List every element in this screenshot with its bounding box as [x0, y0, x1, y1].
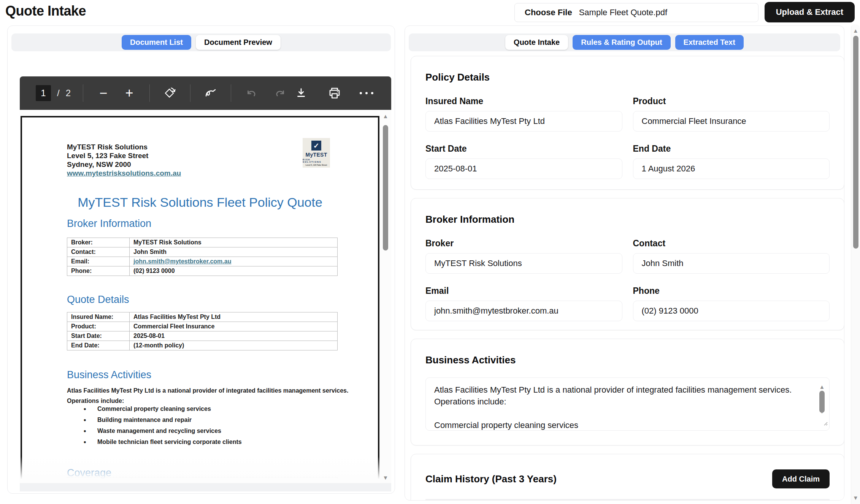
table-row: Insured Name:Atlas Facilities MyTest Pty…: [67, 312, 338, 322]
pdf-scrollbar-thumb[interactable]: [383, 125, 388, 250]
field-insured-name: Insured Name: [425, 96, 622, 132]
email-input[interactable]: [425, 301, 622, 321]
more-options-icon[interactable]: [358, 84, 375, 102]
redo-icon[interactable]: [271, 84, 289, 102]
undo-icon[interactable]: [243, 84, 260, 102]
table-row: Coverage Details Selected: [67, 477, 338, 483]
letterhead-company: MyTEST Risk Solutions: [67, 143, 181, 151]
claim-table-header-strip: [425, 499, 830, 501]
pdf-business-heading: Business Activities: [67, 369, 151, 381]
pdf-coverage-table: Coverage Details Selected: [67, 477, 338, 483]
tab-quote-intake[interactable]: Quote Intake: [505, 35, 568, 50]
rotate-icon[interactable]: [161, 84, 179, 102]
letterhead-website-link[interactable]: www.mytestrisksolutions.com.au: [67, 169, 181, 178]
logo-tagline: Level 5, 123 Fake Street: [306, 164, 327, 166]
claim-history-title: Claim History (Past 3 Years): [425, 473, 557, 485]
toolbar-separator: [83, 84, 83, 102]
business-activities-card: Business Activities Atlas Facilities MyT…: [411, 339, 844, 445]
table-row: Broker:MyTEST Risk Solutions: [67, 238, 338, 247]
add-claim-button[interactable]: Add Claim: [772, 469, 830, 488]
phone-input[interactable]: [633, 301, 830, 321]
download-icon[interactable]: [292, 84, 310, 102]
business-activities-textarea[interactable]: Atlas Facilities MyTest Pty Ltd is a nat…: [425, 377, 830, 431]
broker-input[interactable]: [425, 253, 622, 274]
list-item: Building maintenance and repair: [84, 417, 242, 423]
toolbar-separator: [231, 84, 231, 102]
pdf-page-number-input[interactable]: 1: [36, 85, 51, 101]
zoom-out-icon[interactable]: −: [95, 84, 112, 102]
end-date-input[interactable]: [633, 158, 830, 179]
table-row: End Date:(12-month policy): [67, 341, 338, 350]
business-activities-title: Business Activities: [425, 354, 830, 366]
draw-ink-icon[interactable]: [202, 84, 219, 102]
print-icon[interactable]: [326, 84, 343, 102]
start-date-input[interactable]: [425, 158, 622, 179]
scroll-down-icon[interactable]: ▼: [818, 406, 826, 417]
broker-information-card: Broker Information Broker Contact Email …: [411, 198, 844, 330]
pdf-quote-table: Insured Name:Atlas Facilities MyTest Pty…: [67, 312, 338, 350]
insured-name-input[interactable]: [425, 111, 622, 132]
document-panel: Document List Document Preview 1 / 2 − +: [7, 25, 395, 494]
toolbar-separator: [149, 84, 150, 102]
intake-panel: Quote Intake Rules & Rating Output Extra…: [405, 25, 844, 501]
pdf-page-total: 2: [66, 88, 71, 98]
pdf-page: MyTEST Risk Solutions Level 5, 123 Fake …: [21, 116, 379, 483]
pdf-toolbar: 1 / 2 − +: [20, 76, 391, 110]
table-row: Email:john.smith@mytestbroker.com.au: [67, 257, 338, 266]
main-scrollbar-thumb[interactable]: [853, 36, 858, 249]
logo-name: MyTEST: [305, 152, 327, 158]
page-title: Quote Intake: [5, 3, 86, 19]
scroll-up-icon[interactable]: ▲: [380, 113, 391, 119]
intake-tabbar: Quote Intake Rules & Rating Output Extra…: [409, 33, 840, 51]
list-item: Waste management and recycling services: [84, 428, 242, 434]
upload-extract-button[interactable]: Upload & Extract: [765, 2, 855, 22]
quote-intake-app: Quote Intake Choose File Sample Fleet Qu…: [0, 0, 860, 504]
pdf-quote-heading: Quote Details: [67, 294, 129, 306]
toolbar-separator: [190, 84, 190, 102]
table-row: Product:Commercial Fleet Insurance: [67, 322, 338, 331]
field-email: Email: [425, 286, 622, 321]
field-start-date: Start Date: [425, 144, 622, 179]
choose-file-button[interactable]: Choose File: [525, 8, 572, 17]
letterhead-address1: Level 5, 123 Fake Street: [67, 151, 181, 160]
policy-details-card: Policy Details Insured Name Product Star…: [411, 56, 844, 190]
file-input[interactable]: Choose File Sample Fleet Quote.pdf: [514, 3, 758, 22]
pdf-business-bullets: Commercial property cleaning services Bu…: [84, 406, 242, 450]
pdf-business-intro: Atlas Facilities MyTest Pty Ltd is a nat…: [67, 387, 348, 394]
pdf-document-title: MyTEST Risk Solutions Fleet Policy Quote: [22, 195, 378, 210]
letterhead-address2: Sydney, NSW 2000: [67, 160, 181, 169]
field-product: Product: [633, 96, 830, 132]
scroll-down-icon[interactable]: ▼: [851, 494, 860, 501]
broker-email-link[interactable]: john.smith@mytestbroker.com.au: [133, 258, 231, 265]
field-contact: Contact: [633, 238, 830, 274]
table-row: Contact:John Smith: [67, 247, 338, 257]
logo-check-icon: ✓: [311, 141, 321, 151]
field-phone: Phone: [633, 286, 830, 321]
logo-subtitle: RISK SOLUTIONS: [303, 158, 330, 163]
tab-document-preview[interactable]: Document Preview: [196, 35, 281, 50]
tab-document-list[interactable]: Document List: [122, 35, 191, 50]
textarea-scrollbar[interactable]: ▲ ▼: [818, 381, 826, 417]
table-row: Phone:(02) 9123 0000: [67, 266, 338, 276]
product-input[interactable]: [633, 111, 830, 132]
company-logo: ✓ MyTEST RISK SOLUTIONS Level 5, 123 Fak…: [303, 138, 330, 168]
tab-extracted-text[interactable]: Extracted Text: [675, 35, 744, 50]
list-item: Mobile technician fleet servicing corpor…: [84, 439, 242, 445]
pdf-scrollbar[interactable]: ▲ ▼: [380, 110, 391, 483]
tab-rules-rating-output[interactable]: Rules & Rating Output: [573, 35, 670, 50]
pdf-business-intro2: Operations include:: [67, 398, 124, 404]
pdf-broker-table: Broker:MyTEST Risk Solutions Contact:Joh…: [67, 238, 338, 276]
selected-file-name: Sample Fleet Quote.pdf: [579, 8, 667, 17]
scroll-down-icon[interactable]: ▼: [380, 474, 391, 481]
contact-input[interactable]: [633, 253, 830, 274]
broker-information-title: Broker Information: [425, 214, 830, 225]
field-end-date: End Date: [633, 144, 830, 179]
scroll-up-icon[interactable]: ▲: [851, 27, 860, 34]
main-scrollbar[interactable]: ▲ ▼: [851, 24, 860, 504]
document-tabbar: Document List Document Preview: [11, 33, 391, 51]
policy-details-title: Policy Details: [425, 71, 830, 83]
zoom-in-icon[interactable]: +: [121, 84, 138, 102]
list-item: Commercial property cleaning services: [84, 406, 242, 412]
resize-handle-icon[interactable]: [822, 417, 828, 429]
pdf-document-area: MyTEST Risk Solutions Level 5, 123 Fake …: [20, 110, 391, 483]
